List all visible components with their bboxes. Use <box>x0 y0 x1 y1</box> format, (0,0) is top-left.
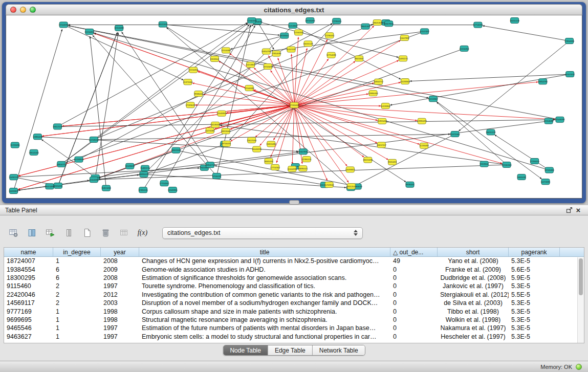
graph-edge <box>459 41 570 131</box>
column-header-year[interactable]: year <box>101 248 139 256</box>
delete-table-button[interactable] <box>99 226 113 239</box>
table-row[interactable]: 911546021997Tourette syndrome. Phenomeno… <box>4 282 584 290</box>
graph-node-label: 16612107 <box>377 144 387 146</box>
table-row[interactable]: 946554611997Estimation of the future num… <box>4 324 584 332</box>
cell-short: Yano et al. (2008) <box>438 257 509 265</box>
graph-node-label: 11607834 <box>384 23 394 25</box>
cell-out_degree: 0 <box>390 324 438 332</box>
graph-node-label: 10107437 <box>565 73 575 76</box>
zoom-window-button[interactable] <box>30 7 36 13</box>
tab-edge-table[interactable]: Edge Table <box>268 345 313 355</box>
graph-edge <box>259 105 294 146</box>
table-rows: 1872400712008Changes of HCN gene express… <box>4 257 584 341</box>
float-panel-icon[interactable] <box>564 206 574 214</box>
cell-year: 1998 <box>101 308 139 315</box>
graph-node-label: 17290055 <box>530 160 540 163</box>
graph-edge <box>294 26 374 105</box>
show-columns-icon <box>27 228 37 237</box>
graph-node-label: 9320433 <box>54 185 62 187</box>
cell-year: 2008 <box>101 257 139 265</box>
cell-name: 18300295 <box>4 274 53 281</box>
table-selector-combobox[interactable]: citations_edges.txt <box>162 227 363 239</box>
cell-out_degree: 0 <box>390 266 438 273</box>
cell-year: 1997 <box>101 324 139 332</box>
graph-node-label: 10193904 <box>381 105 391 107</box>
cell-out_degree: 0 <box>390 333 438 340</box>
graph-node-label: 16890021 <box>298 167 308 170</box>
table-row[interactable]: 1872400712008Changes of HCN gene express… <box>4 257 584 265</box>
table-row[interactable]: 2242004622012Investigating the contribut… <box>4 291 584 299</box>
cell-pagerank: 5.5E-5 <box>509 291 560 298</box>
graph-node-label: 10107437 <box>286 48 296 51</box>
cell-year: 1997 <box>101 333 139 340</box>
minimize-window-button[interactable] <box>20 7 26 13</box>
cell-name: 9465546 <box>4 324 53 332</box>
window-resize-handle[interactable] <box>289 200 299 205</box>
graph-node-label: 12160343 <box>247 19 257 22</box>
status-bar: Memory: OK <box>0 361 588 372</box>
graph-node-label: 9320433 <box>388 161 397 163</box>
graph-edge <box>270 70 294 105</box>
function-builder-button[interactable]: f(x) <box>136 226 149 239</box>
table-row[interactable]: 1830029562008Estimation of significance … <box>4 274 584 282</box>
network-window-titlebar[interactable]: citations_edges.txt <box>6 4 582 15</box>
graph-node-label: 16055128 <box>510 19 520 22</box>
table-row[interactable]: 1456911722003Disruption of a novel membe… <box>4 299 584 307</box>
scrollbar-thumb[interactable] <box>579 258 583 295</box>
import-table-button[interactable] <box>117 226 131 239</box>
table-mode-button[interactable] <box>7 226 20 239</box>
graph-node-label: 11607834 <box>400 37 409 39</box>
graph-node-label: 15372064 <box>450 133 461 136</box>
column-header-title[interactable]: title <box>139 248 390 256</box>
cell-pagerank: 5.6E-5 <box>509 266 560 273</box>
column-header-out_degree[interactable]: △ out_de... <box>390 248 438 256</box>
column-header-name[interactable]: name <box>4 248 53 256</box>
new-table-button[interactable] <box>80 226 94 239</box>
cell-out_degree: 0 <box>390 308 438 315</box>
window-traffic-lights <box>10 7 36 13</box>
network-canvas[interactable]: 1515445412544093831830411554088122139071… <box>6 15 582 199</box>
cell-in_degree: 2 <box>53 282 101 290</box>
cell-year: 1998 <box>101 316 139 323</box>
table-row[interactable]: 946362711997Embryonic stem cells: a mode… <box>4 333 584 341</box>
table-panel: Table Panel × <box>0 205 588 361</box>
column-header-pagerank[interactable]: pagerank <box>509 248 560 256</box>
close-window-button[interactable] <box>10 7 16 13</box>
graph-node-label: 16904712 <box>374 80 384 83</box>
cell-title: Estimation of the future numbers of pati… <box>139 324 390 332</box>
close-panel-icon[interactable]: × <box>574 206 583 214</box>
cell-name: 9463627 <box>4 333 53 340</box>
graph-edge <box>294 105 502 164</box>
new-column-button[interactable] <box>43 226 57 239</box>
cell-name: 22420046 <box>4 291 53 298</box>
column-header-short[interactable]: short <box>438 248 509 256</box>
cell-out_degree: 0 <box>390 282 438 290</box>
tab-node-table[interactable]: Node Table <box>223 345 268 355</box>
graph-edge <box>294 105 417 121</box>
graph-node-label: 11004395 <box>89 179 99 181</box>
graph-node-label: 10274391 <box>205 129 215 132</box>
graph-node-label: 16954790 <box>538 80 548 83</box>
cell-year: 2012 <box>101 291 139 298</box>
table-row[interactable]: 969969511998Structural magnetic resonanc… <box>4 316 584 324</box>
table-vertical-scrollbar[interactable] <box>577 257 584 343</box>
graph-node-label: 8318304 <box>480 163 489 165</box>
graph-node-label: 10193904 <box>400 80 410 83</box>
tab-network-table[interactable]: Network Table <box>313 345 365 355</box>
graph-node-label: 15154454 <box>84 31 95 33</box>
show-columns-button[interactable] <box>25 226 39 239</box>
cell-out_degree: 0 <box>390 291 438 298</box>
graph-node-label: 15492215 <box>9 176 19 179</box>
cell-title: Investigating the contribution of common… <box>139 291 390 298</box>
graph-node-label: 12160343 <box>294 31 304 34</box>
graph-node-label: 12043955 <box>168 189 178 191</box>
graph-node-label: 9465033 <box>265 160 273 163</box>
table-row[interactable]: 977716911998Corpus callosum shape and si… <box>4 307 584 315</box>
row-options-button[interactable] <box>62 226 76 239</box>
graph-node-label: 12544093 <box>555 118 565 121</box>
table-row[interactable]: 1938455462009Genome-wide association stu… <box>4 265 584 273</box>
graph-node-label: 12160343 <box>502 164 512 166</box>
graph-node-label: 11554088 <box>221 49 231 52</box>
graph-edge <box>93 35 217 176</box>
column-header-in_degree[interactable]: in_degree <box>53 248 101 256</box>
